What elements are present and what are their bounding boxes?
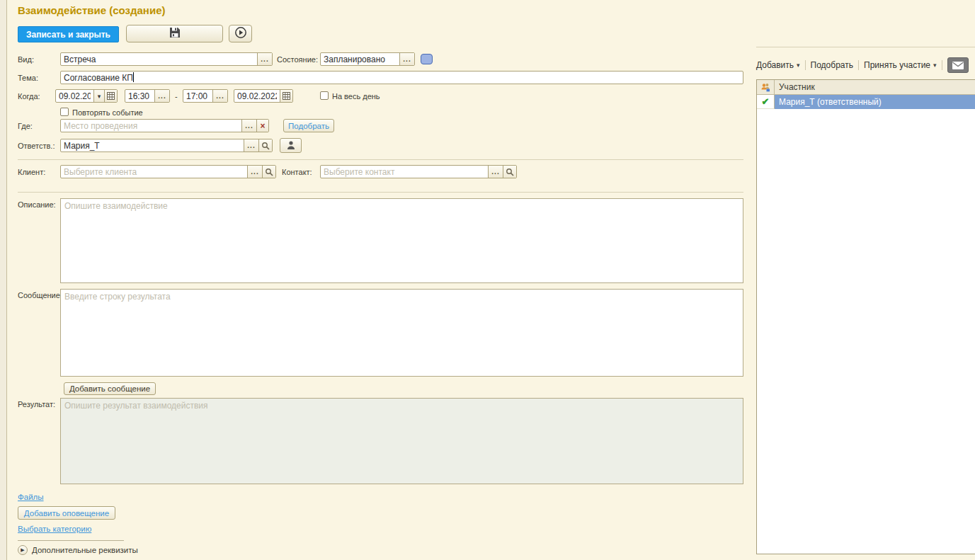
chevron-down-icon: ▾ <box>933 62 937 69</box>
page-title: Взаимодействие (создание) <box>18 4 165 16</box>
vid-label: Вид: <box>18 55 34 64</box>
participants-panel-top-border <box>756 47 975 47</box>
responsible-field: ... <box>60 139 273 152</box>
all-day-label: На весь день <box>332 92 380 101</box>
participant-row[interactable]: ✔ Мария_Т (ответственный) <box>757 95 975 109</box>
result-label: Результат: <box>18 400 55 408</box>
description-textarea[interactable] <box>60 198 743 283</box>
person-icon <box>286 140 296 152</box>
additional-attributes-expander[interactable]: ▶ Дополнительные реквизиты <box>18 545 138 555</box>
where-select-button[interactable]: ... <box>241 120 256 132</box>
theme-field <box>60 71 743 84</box>
state-color-indicator <box>421 54 433 64</box>
theme-input[interactable] <box>61 72 743 84</box>
files-link[interactable]: Файлы <box>18 493 44 501</box>
start-date-dropdown-button[interactable]: ▾ <box>93 90 104 102</box>
participant-name: Мария_Т (ответственный) <box>775 95 975 109</box>
vid-field: ... <box>60 52 273 66</box>
save-close-button[interactable]: Записать и закрыть <box>18 26 119 42</box>
text-cursor <box>133 72 134 82</box>
send-mail-button[interactable] <box>947 57 969 73</box>
toolbar-separator <box>858 60 859 70</box>
end-time-select-button[interactable]: ... <box>212 90 227 102</box>
where-pick-button[interactable]: Подобрать <box>283 119 334 132</box>
check-icon: ✔ <box>762 97 770 106</box>
magnifier-icon <box>506 168 514 176</box>
message-textarea[interactable] <box>60 289 743 377</box>
play-circle-icon <box>234 26 247 41</box>
end-date-calendar-button[interactable] <box>280 90 292 102</box>
state-label: Состояние: <box>277 55 318 64</box>
participant-flag-cell: ✔ <box>757 95 775 109</box>
participants-flag-column-header <box>757 80 775 94</box>
start-time-field: ... <box>125 89 170 103</box>
start-date-input[interactable] <box>56 90 93 102</box>
message-label: Сообщение: <box>18 291 62 299</box>
client-search-button[interactable] <box>262 166 275 178</box>
save-button[interactable] <box>126 25 223 42</box>
expander-icon: ▶ <box>18 545 28 555</box>
select-category-link[interactable]: Выбрать категорию <box>18 525 91 533</box>
state-input[interactable] <box>321 53 399 65</box>
where-clear-button[interactable]: × <box>256 120 268 132</box>
form-divider <box>18 192 743 193</box>
description-label: Описание: <box>18 200 56 209</box>
add-message-button[interactable]: Добавить сообщение <box>64 382 156 395</box>
client-label: Клиент: <box>18 168 45 176</box>
form-divider <box>18 159 743 160</box>
responsible-select-button[interactable]: ... <box>244 139 258 152</box>
take-part-button[interactable]: Принять участие ▾ <box>864 60 937 70</box>
contact-field: ... <box>320 165 517 178</box>
time-range-separator: - <box>175 92 178 101</box>
participants-table: Участник ✔ Мария_Т (ответственный) <box>756 79 975 554</box>
participant-column-header[interactable]: Участник <box>775 80 975 94</box>
where-input[interactable] <box>61 120 241 132</box>
when-label: Когда: <box>18 92 40 101</box>
section-divider <box>18 540 124 541</box>
end-time-input[interactable] <box>183 90 212 102</box>
toolbar-separator <box>805 60 806 70</box>
start-time-select-button[interactable]: ... <box>154 90 169 102</box>
vid-input[interactable] <box>61 53 257 65</box>
pick-participants-button[interactable]: Подобрать <box>811 60 853 70</box>
calendar-icon <box>283 92 290 100</box>
end-date-input[interactable] <box>234 90 280 102</box>
where-field: ... × <box>60 119 269 132</box>
people-icon <box>760 83 770 92</box>
add-notification-button[interactable]: Добавить оповещение <box>18 506 115 520</box>
result-textarea[interactable] <box>60 398 743 484</box>
take-part-label: Принять участие <box>864 60 930 70</box>
responsible-label: Ответств.: <box>18 142 55 150</box>
client-field: ... <box>60 165 276 178</box>
theme-label: Тема: <box>18 74 38 82</box>
all-day-checkbox[interactable] <box>320 91 329 100</box>
repeat-label: Повторять событие <box>72 108 143 117</box>
participants-table-header: Участник <box>757 80 975 95</box>
responsible-search-button[interactable] <box>258 139 272 152</box>
add-participant-button[interactable]: Добавить ▾ <box>756 60 800 70</box>
client-select-button[interactable]: ... <box>247 166 262 178</box>
end-time-field: ... <box>183 89 228 103</box>
start-date-calendar-button[interactable] <box>104 90 117 102</box>
start-time-input[interactable] <box>125 90 154 102</box>
toolbar-separator <box>942 60 942 70</box>
magnifier-icon <box>261 142 270 150</box>
magnifier-icon <box>265 168 273 176</box>
responsible-input[interactable] <box>61 139 244 152</box>
responsible-person-button[interactable] <box>280 138 302 153</box>
client-input[interactable] <box>61 166 247 178</box>
contact-select-button[interactable]: ... <box>488 166 503 178</box>
state-select-button[interactable]: ... <box>399 53 414 65</box>
pick-participants-label: Подобрать <box>811 60 853 70</box>
calendar-icon <box>107 92 115 100</box>
end-date-field <box>234 89 293 103</box>
vid-select-button[interactable]: ... <box>257 53 272 65</box>
state-field: ... <box>320 52 415 66</box>
contact-search-button[interactable] <box>503 166 516 178</box>
post-button[interactable] <box>229 25 252 42</box>
contact-input[interactable] <box>321 166 488 178</box>
envelope-icon <box>952 62 964 69</box>
contact-label: Контакт: <box>282 168 312 176</box>
repeat-checkbox[interactable] <box>60 108 69 116</box>
interaction-form-window: Взаимодействие (создание) Записать и зак… <box>0 0 975 560</box>
